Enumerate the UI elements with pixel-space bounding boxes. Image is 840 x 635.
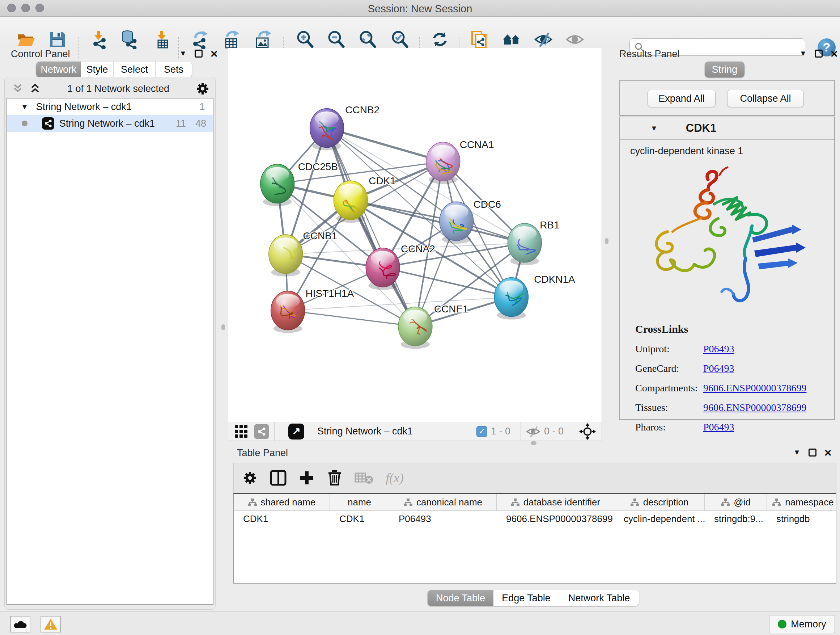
crosslink-link[interactable]: 9606.ENSP00000378699	[703, 402, 806, 413]
cloud-button[interactable]	[10, 616, 30, 632]
collapse-all-chevron-icon[interactable]	[11, 83, 24, 94]
tab-sets[interactable]: Sets	[156, 62, 192, 78]
bottom-splitter-handle[interactable]	[531, 441, 537, 445]
neighbors-houses-icon[interactable]	[502, 30, 521, 49]
column-header-namespace[interactable]: namespace	[767, 494, 836, 510]
network-node-CDKN1A[interactable]	[494, 278, 529, 320]
export-image-icon[interactable]	[254, 30, 272, 49]
tree-expand-icon[interactable]: ▼	[21, 103, 28, 111]
memory-button[interactable]: Memory	[769, 615, 835, 633]
network-canvas[interactable]: CCNB2CCNA1CDC25BCDK1CDC6RB1CCNB1CCNA2CDK…	[228, 48, 602, 422]
protein-structure-image	[631, 161, 823, 313]
table-cell[interactable]: CDK1	[330, 511, 389, 527]
crosshair-icon[interactable]	[579, 423, 596, 440]
network-node-CDC6[interactable]	[439, 202, 474, 244]
table-cell[interactable]: CDK1	[234, 511, 330, 527]
import-network-file-icon[interactable]	[90, 30, 109, 49]
crosslink-row: Tissues:9606.ENSP00000378699	[635, 402, 806, 413]
network-options-gear-icon[interactable]	[195, 81, 210, 96]
table-cell[interactable]: 9606.ENSP00000378699	[497, 511, 614, 527]
collapse-all-button[interactable]: Collapse All	[727, 90, 804, 107]
gene-description: cyclin-dependent kinase 1	[630, 146, 743, 157]
duplicate-network-icon[interactable]	[470, 30, 489, 49]
grid-icon[interactable]	[235, 425, 248, 438]
crosslink-link[interactable]: P06493	[703, 343, 734, 355]
import-network-database-icon[interactable]	[120, 30, 139, 49]
network-node-HIST1H1A[interactable]	[271, 291, 305, 333]
column-header-shared-name[interactable]: shared name	[234, 494, 330, 510]
panel-close-icon[interactable]: ×	[831, 50, 838, 57]
warning-button[interactable]	[41, 616, 61, 632]
column-header-name[interactable]: name	[330, 494, 389, 510]
network-node-CCNB1[interactable]	[269, 234, 303, 277]
table-cell[interactable]: stringdb:9...	[705, 511, 767, 527]
share-icon[interactable]	[254, 424, 269, 439]
import-table-file-icon[interactable]	[153, 30, 172, 49]
columns-icon[interactable]	[270, 470, 286, 486]
tab-network-table[interactable]: Network Table	[559, 590, 639, 606]
column-header-database-identifier[interactable]: database identifier	[497, 494, 614, 510]
refresh-icon[interactable]	[431, 30, 449, 49]
network-node-CCNE1[interactable]	[398, 307, 432, 349]
tab-style[interactable]: Style	[81, 62, 114, 78]
panel-menu-caret-icon[interactable]: ▼	[799, 49, 807, 57]
table-row[interactable]: CDK1CDK1P064939606.ENSP00000378699cyclin…	[234, 511, 836, 527]
panel-close-icon[interactable]: ×	[824, 448, 832, 456]
crosslink-link[interactable]: 9606.ENSP00000378699	[703, 382, 806, 394]
crosslink-link[interactable]: P06493	[703, 421, 734, 433]
crosslink-link[interactable]: P06493	[703, 363, 734, 374]
left-splitter-handle[interactable]	[221, 325, 225, 330]
network-node-RB1[interactable]	[508, 223, 542, 265]
table-panel-title: Table Panel	[237, 448, 288, 459]
right-splitter-handle[interactable]	[605, 238, 608, 244]
delete-table-icon[interactable]	[355, 471, 373, 485]
tab-node-table[interactable]: Node Table	[428, 590, 493, 606]
panel-float-icon[interactable]	[808, 448, 816, 456]
zoom-selected-icon[interactable]	[390, 30, 409, 49]
network-row[interactable]: String Network – cdk1 11 48	[7, 115, 213, 132]
table-gear-icon[interactable]	[242, 470, 257, 486]
zoom-in-icon[interactable]	[295, 30, 314, 49]
network-node-CCNB2[interactable]	[310, 109, 344, 150]
tab-network[interactable]: Network	[36, 62, 81, 78]
zoom-fit-icon[interactable]	[358, 30, 377, 49]
selected-checkbox-icon[interactable]: ✓	[477, 426, 487, 437]
navigator-icon[interactable]: ↗	[288, 424, 304, 440]
column-header-canonical-name[interactable]: canonical name	[389, 494, 497, 510]
gene-collapse-icon[interactable]: ▼	[651, 124, 658, 133]
network-node-CCNA2[interactable]	[366, 248, 400, 290]
panel-float-icon[interactable]	[195, 50, 202, 57]
open-session-icon[interactable]	[17, 30, 35, 49]
table-cell[interactable]: stringdb	[767, 511, 836, 527]
results-panel-tabs: String	[705, 62, 745, 78]
column-header--id[interactable]: @id	[705, 494, 767, 510]
hidden-eye-icon[interactable]	[526, 425, 540, 438]
network-collection-row[interactable]: ▼ String Network – cdk1 1	[7, 98, 213, 115]
column-header-description[interactable]: description	[614, 494, 705, 510]
results-actions-box: Expand All Collapse All	[619, 80, 835, 116]
delete-column-icon[interactable]	[327, 470, 342, 486]
panel-menu-caret-icon[interactable]: ▼	[793, 448, 801, 456]
tab-select[interactable]: Select	[114, 62, 156, 78]
network-node-CDK1[interactable]	[333, 181, 368, 223]
add-column-icon[interactable]	[299, 470, 315, 486]
hide-selected-eye-icon[interactable]	[534, 30, 553, 49]
panel-menu-caret-icon[interactable]: ▼	[180, 49, 187, 57]
panel-close-icon[interactable]: ×	[210, 50, 218, 57]
tab-edge-table[interactable]: Edge Table	[493, 590, 559, 606]
zoom-out-icon[interactable]	[327, 30, 346, 49]
expand-all-button[interactable]: Expand All	[647, 90, 715, 107]
tab-string[interactable]: String	[705, 62, 745, 78]
function-builder-icon[interactable]: f(x)	[386, 470, 404, 486]
export-network-icon[interactable]	[190, 30, 209, 49]
panel-float-icon[interactable]	[815, 50, 823, 57]
table-cell[interactable]: cyclin-dependent ...	[614, 511, 705, 527]
table-cell[interactable]: P06493	[389, 511, 497, 527]
show-all-eye-icon[interactable]	[565, 30, 584, 49]
table-toolbar: f(x)	[233, 463, 836, 493]
export-table-icon[interactable]	[222, 30, 241, 49]
expand-all-chevron-icon[interactable]	[29, 83, 41, 94]
network-node-CCNA1[interactable]	[426, 142, 460, 184]
network-node-CDC25B[interactable]	[261, 164, 294, 206]
save-session-icon[interactable]	[48, 30, 66, 49]
